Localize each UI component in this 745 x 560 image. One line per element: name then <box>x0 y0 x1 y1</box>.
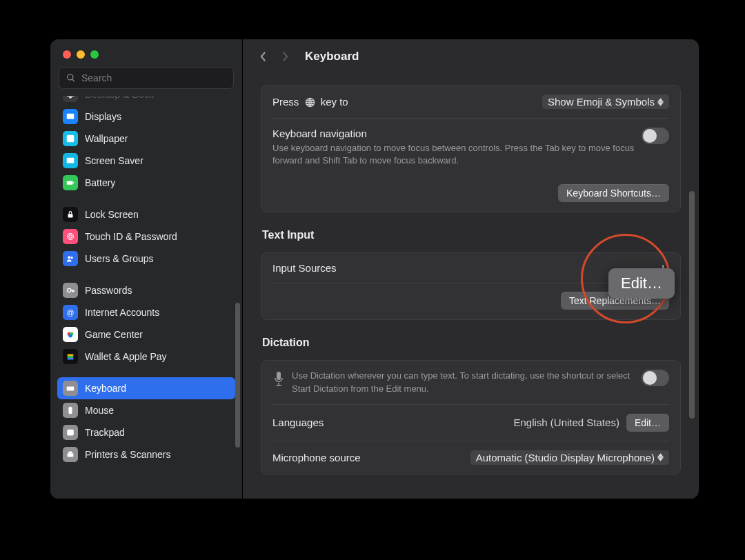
sidebar-item-label: Mouse <box>85 405 114 416</box>
sidebar-item-game-center[interactable]: Game Center <box>57 323 235 346</box>
sidebar-item-label: Touch ID & Password <box>85 231 177 242</box>
svg-rect-7 <box>68 214 73 217</box>
sidebar-item-label: Screen Saver <box>85 155 143 166</box>
svg-rect-23 <box>68 453 74 457</box>
keyboard-nav-desc: Use keyboard navigation to move focus be… <box>272 142 635 167</box>
svg-rect-18 <box>68 356 74 358</box>
sidebar-item-mouse[interactable]: Mouse <box>57 399 235 421</box>
search-icon <box>66 73 76 83</box>
touchid-icon <box>63 229 78 244</box>
text-input-heading: Text Input <box>261 212 681 246</box>
svg-point-9 <box>69 235 72 238</box>
sidebar-scrollbar[interactable] <box>235 303 240 448</box>
users-icon <box>63 251 78 266</box>
mouse-icon <box>63 403 78 418</box>
close-window-button[interactable] <box>63 50 71 59</box>
mic-source-select[interactable]: Automatic (Studio Display Microphone) <box>470 450 669 465</box>
svg-point-12 <box>68 288 71 292</box>
desktop-icon <box>63 96 78 102</box>
svg-rect-1 <box>69 97 72 99</box>
svg-rect-3 <box>67 135 74 143</box>
press-globe-label: Press key to <box>272 96 535 108</box>
key-icon <box>63 283 78 298</box>
window-controls <box>50 39 242 67</box>
minimize-window-button[interactable] <box>77 50 85 59</box>
sidebar-item-label: Passwords <box>85 285 132 296</box>
keyboard-shortcuts-button[interactable]: Keyboard Shortcuts… <box>558 184 669 202</box>
nav-forward-button[interactable] <box>279 50 291 63</box>
sidebar-item-battery[interactable]: Battery <box>57 172 235 194</box>
press-globe-value: Show Emoji & Symbols <box>548 96 655 108</box>
svg-rect-4 <box>67 158 74 163</box>
main-pane: Keyboard Press key to Show Emoji & Symbo… <box>243 39 699 499</box>
sidebar-item-internet-accounts[interactable]: @Internet Accounts <box>57 301 235 323</box>
mic-source-row: Microphone source Automatic (Studio Disp… <box>272 441 669 474</box>
svg-rect-21 <box>68 407 72 414</box>
search-field[interactable] <box>59 67 234 89</box>
sidebar-item-label: Trackpad <box>85 427 125 438</box>
keyboard-panel: Press key to Show Emoji & Symbols <box>261 85 681 212</box>
sidebar-item-lock-screen[interactable]: Lock Screen <box>57 203 235 226</box>
displays-icon <box>63 109 78 124</box>
sidebar-item-users-groups[interactable]: Users & Groups <box>57 248 235 270</box>
sidebar-item-passwords[interactable]: Passwords <box>57 279 235 301</box>
sidebar-item-trackpad[interactable]: Trackpad <box>57 421 235 443</box>
dictation-toggle[interactable] <box>642 370 669 386</box>
search-input[interactable] <box>81 72 226 83</box>
keyboard-nav-row: Keyboard navigation Use keyboard navigat… <box>272 118 669 176</box>
globe-icon <box>305 97 315 108</box>
sidebar-item-label: Battery <box>85 177 115 188</box>
sidebar-item-touch-id-password[interactable]: Touch ID & Password <box>57 226 235 248</box>
keyboard-nav-toggle[interactable] <box>642 128 669 144</box>
screensaver-icon <box>63 153 78 168</box>
svg-rect-19 <box>68 358 74 360</box>
sidebar-item-keyboard[interactable]: Keyboard <box>57 377 235 399</box>
input-sources-edit-button[interactable]: Edit… <box>608 268 675 299</box>
sidebar-item-label: Keyboard <box>85 383 126 394</box>
svg-rect-2 <box>67 114 74 119</box>
languages-label: Languages <box>272 417 506 428</box>
svg-text:@: @ <box>67 308 74 317</box>
sidebar-item-screen-saver[interactable]: Screen Saver <box>57 150 235 172</box>
languages-edit-button[interactable]: Edit… <box>626 414 669 432</box>
content-scrollbar[interactable] <box>689 191 695 419</box>
mic-source-label: Microphone source <box>272 452 464 463</box>
svg-rect-5 <box>67 181 73 184</box>
chevron-up-down-icon <box>657 98 664 106</box>
press-globe-select[interactable]: Show Emoji & Symbols <box>542 94 669 109</box>
zoom-window-button[interactable] <box>90 50 99 59</box>
sidebar-item-label: Internet Accounts <box>85 307 159 318</box>
header-bar: Keyboard <box>243 39 699 74</box>
gamecenter-icon <box>63 327 78 342</box>
svg-point-16 <box>68 334 72 337</box>
lockscreen-icon <box>63 207 78 222</box>
svg-rect-17 <box>68 354 74 357</box>
wallpaper-icon <box>63 131 78 146</box>
sidebar-item-label: Users & Groups <box>85 253 154 264</box>
sidebar-item-label: Wallpaper <box>85 133 128 144</box>
page-title: Keyboard <box>305 50 359 63</box>
svg-rect-6 <box>73 182 74 183</box>
trackpad-icon <box>63 425 78 440</box>
nav-back-button[interactable] <box>257 50 269 63</box>
settings-window: Desktop & DockDisplaysWallpaperScreen Sa… <box>50 39 699 499</box>
sidebar-item-label: Wallet & Apple Pay <box>85 351 167 362</box>
keyboard-nav-label: Keyboard navigation <box>272 128 635 139</box>
sidebar-item-label: Displays <box>85 111 121 122</box>
languages-row: Languages English (United States) Edit… <box>272 404 669 441</box>
keyboard-icon <box>63 381 78 396</box>
dictation-heading: Dictation <box>261 320 681 353</box>
sidebar-item-label: Game Center <box>85 329 143 340</box>
svg-rect-0 <box>67 96 74 97</box>
press-globe-row: Press key to Show Emoji & Symbols <box>272 86 669 118</box>
chevron-up-down-icon <box>657 453 664 461</box>
sidebar-item-displays[interactable]: Displays <box>57 106 235 128</box>
sidebar-item-wallet-apple-pay[interactable]: Wallet & Apple Pay <box>57 346 235 368</box>
sidebar-item-label: Printers & Scanners <box>85 449 171 460</box>
sidebar-item-printers-scanners[interactable]: Printers & Scanners <box>57 443 235 466</box>
svg-point-11 <box>71 257 73 259</box>
sidebar-item-desktop-dock[interactable]: Desktop & Dock <box>57 96 235 106</box>
svg-point-10 <box>68 256 70 259</box>
sidebar-item-wallpaper[interactable]: Wallpaper <box>57 128 235 150</box>
svg-point-8 <box>68 234 74 240</box>
